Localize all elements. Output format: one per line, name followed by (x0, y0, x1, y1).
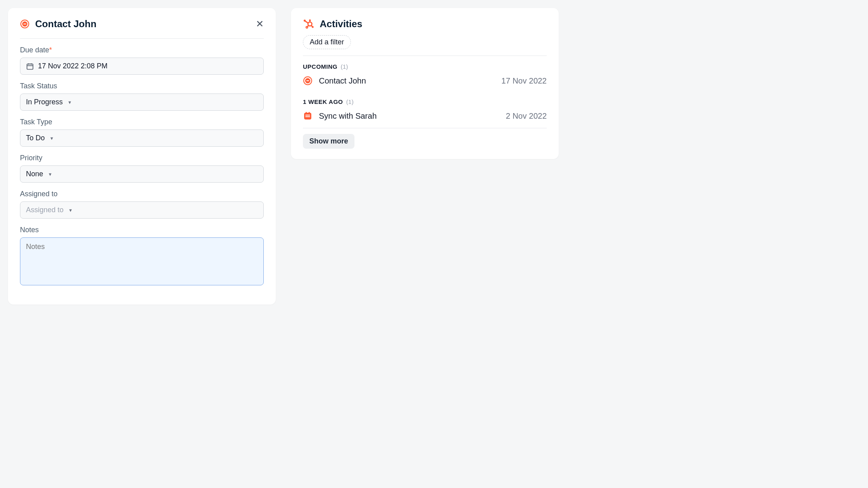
task-type-field-group: Task Type To Do ▼ (20, 118, 264, 147)
activity-title: Contact John (319, 76, 495, 86)
task-type-label: Task Type (20, 118, 264, 126)
task-status-field-group: Task Status In Progress ▼ (20, 82, 264, 111)
activities-section-1weekago-header: 1 WEEK AGO (1) (303, 98, 547, 105)
activity-title: Sync with Sarah (319, 112, 500, 121)
task-status-value: In Progress (26, 98, 63, 106)
add-filter-label: Add a filter (310, 38, 344, 46)
activities-header: Activities (303, 18, 547, 30)
svg-rect-21 (305, 116, 310, 117)
notes-field-group: Notes (20, 226, 264, 287)
task-type-select[interactable]: To Do ▼ (20, 129, 264, 147)
svg-rect-20 (305, 115, 310, 116)
section-label: 1 WEEK AGO (303, 98, 343, 105)
activity-row[interactable]: Contact John 17 Nov 2022 (303, 75, 547, 91)
due-date-label: Due date* (20, 46, 264, 54)
activities-panel: Activities Add a filter UPCOMING (1) Con… (291, 8, 559, 159)
activity-row[interactable]: Sync with Sarah 2 Nov 2022 (303, 110, 547, 126)
activity-date: 2 Nov 2022 (506, 112, 547, 121)
assigned-to-field-group: Assigned to Assigned to ▼ (20, 190, 264, 219)
hubspot-icon (303, 18, 314, 30)
svg-rect-3 (27, 64, 33, 69)
calendar-icon (26, 62, 34, 70)
notes-textarea[interactable] (20, 237, 264, 285)
activities-section-upcoming-header: UPCOMING (1) (303, 63, 547, 70)
task-type-value: To Do (26, 134, 45, 142)
activity-date: 17 Nov 2022 (502, 76, 547, 86)
task-status-select[interactable]: In Progress ▼ (20, 94, 264, 111)
assigned-to-placeholder: Assigned to (26, 206, 64, 214)
assigned-to-select[interactable]: Assigned to ▼ (20, 201, 264, 219)
svg-line-15 (307, 26, 309, 27)
task-title: Contact John (35, 18, 250, 30)
svg-line-13 (305, 21, 309, 23)
task-detail-panel: Contact John ✕ Due date* 17 Nov 2022 2:0… (8, 8, 276, 305)
due-date-label-text: Due date (20, 46, 49, 54)
svg-rect-19 (304, 113, 311, 120)
due-date-input[interactable]: 17 Nov 2022 2:08 PM (20, 58, 264, 75)
svg-rect-23 (309, 112, 310, 114)
svg-point-7 (308, 22, 312, 26)
priority-select[interactable]: None ▼ (20, 165, 264, 183)
chevron-down-icon: ▼ (50, 136, 54, 141)
task-status-label: Task Status (20, 82, 264, 90)
priority-field-group: Priority None ▼ (20, 154, 264, 183)
section-count: (1) (346, 98, 353, 105)
assigned-to-label: Assigned to (20, 190, 264, 198)
close-icon: ✕ (256, 18, 264, 29)
meeting-calendar-icon (303, 111, 313, 121)
section-count: (1) (341, 63, 348, 70)
chevron-down-icon: ▼ (68, 100, 72, 105)
required-asterisk: * (49, 46, 52, 54)
chevron-down-icon: ▼ (48, 172, 52, 177)
activities-title: Activities (320, 18, 362, 30)
task-icon (20, 19, 30, 29)
add-filter-button[interactable]: Add a filter (303, 35, 351, 49)
divider (303, 56, 547, 56)
show-more-button[interactable]: Show more (303, 134, 354, 149)
svg-rect-2 (24, 24, 26, 24)
priority-value: None (26, 170, 43, 178)
priority-label: Priority (20, 154, 264, 162)
show-more-label: Show more (309, 137, 348, 145)
chevron-down-icon: ▼ (68, 208, 73, 213)
close-button[interactable]: ✕ (256, 19, 264, 29)
notes-label: Notes (20, 226, 264, 234)
due-date-value: 17 Nov 2022 2:08 PM (38, 62, 108, 70)
task-panel-header: Contact John ✕ (20, 18, 264, 39)
svg-line-11 (311, 26, 313, 27)
section-label: UPCOMING (303, 63, 338, 70)
task-circle-icon (303, 76, 313, 86)
svg-rect-18 (307, 80, 309, 81)
divider (303, 128, 547, 128)
svg-rect-22 (306, 112, 307, 114)
due-date-field-group: Due date* 17 Nov 2022 2:08 PM (20, 46, 264, 75)
